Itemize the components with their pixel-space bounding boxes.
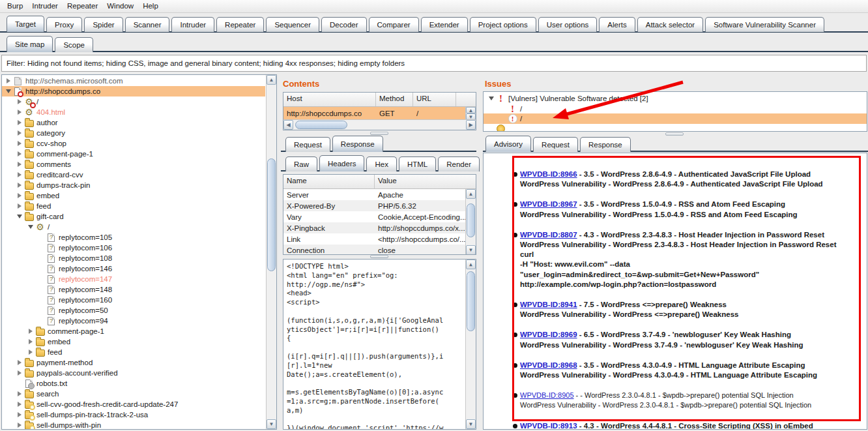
chevron-expanded-icon[interactable] — [16, 215, 23, 218]
view-tab-hex[interactable]: Hex — [366, 156, 396, 171]
contents-row[interactable]: http://shopccdumps.coGET/ — [283, 107, 476, 119]
chevron-collapsed-icon[interactable] — [16, 130, 23, 136]
tree-row-comment-page-1[interactable]: comment-page-1 — [2, 326, 265, 336]
menu-item-burp[interactable]: Burp — [3, 0, 27, 12]
header-row-server[interactable]: ServerApache — [283, 189, 476, 200]
tab-extender[interactable]: Extender — [421, 17, 468, 32]
scrollbar-thumb[interactable] — [295, 121, 347, 129]
tab-comparer[interactable]: Comparer — [369, 17, 419, 32]
scrollbar-thumb[interactable] — [267, 158, 276, 271]
contents-mini-scrollbar[interactable]: ▲ ▼ — [465, 107, 476, 120]
tree-row-replytocom-106[interactable]: ?replytocom=106 — [2, 243, 265, 253]
tab-proxy[interactable]: Proxy — [46, 17, 82, 32]
editor-tab-request[interactable]: Request — [285, 137, 330, 152]
tree-row-replytocom-50[interactable]: ?replytocom=50 — [2, 305, 265, 316]
tree-row-creditcard-cvv[interactable]: creditcard-cvv — [2, 170, 265, 180]
menu-item-intruder[interactable]: Intruder — [27, 0, 63, 12]
splitter-grip[interactable] — [370, 255, 388, 258]
view-tab-render[interactable]: Render — [438, 156, 480, 171]
scroll-up-arrow-icon[interactable]: ▲ — [466, 189, 476, 199]
chevron-collapsed-icon[interactable] — [16, 110, 23, 115]
filter-bar[interactable]: Filter: Hiding not found items; hiding C… — [1, 55, 867, 72]
tree-row-sell-cvv-good-fresh-credit-card-update-247[interactable]: sell-cvv-good-fresh-credit-card-update-2… — [2, 399, 265, 409]
tree-row-embed[interactable]: embed — [2, 336, 265, 347]
tree-row-replytocom-160[interactable]: ?replytocom=160 — [2, 295, 265, 305]
advisory-link-wpvdb-id-8913[interactable]: WPVDB-ID:8913 — [520, 422, 577, 430]
advisory-link-wpvdb-id-8968[interactable]: WPVDB-ID:8968 — [520, 361, 577, 369]
chevron-expanded-icon[interactable] — [27, 225, 35, 229]
tree-row-category[interactable]: category — [2, 128, 265, 138]
scroll-left-arrow-icon[interactable]: ◀ — [283, 120, 293, 130]
header-row-connection[interactable]: Connectionclose — [283, 245, 476, 255]
tree-row-replytocom-94[interactable]: ?replytocom=94 — [2, 316, 265, 326]
issue-row-[interactable]: !/ — [484, 113, 867, 124]
tree-row-paypals-account-verified[interactable]: paypals-account-verified — [2, 368, 265, 378]
code-vertical-scrollbar[interactable]: ▲ ▼ — [465, 260, 476, 429]
tree-row-http-schemas-microsoft-com[interactable]: http://schemas.microsoft.com — [2, 76, 265, 86]
column-method[interactable]: Method — [376, 93, 413, 106]
column-host[interactable]: Host — [283, 93, 376, 106]
tab-alerts[interactable]: Alerts — [599, 17, 635, 32]
scroll-down-arrow-icon[interactable]: ▼ — [466, 245, 476, 255]
chevron-collapsed-icon[interactable] — [27, 339, 35, 344]
chevron-collapsed-icon[interactable] — [16, 172, 23, 177]
header-row-x-pingback[interactable]: X-Pingbackhttp://shopccdumps.co/x... — [283, 222, 476, 233]
tree-row-sell-dumps-with-pin[interactable]: sell-dumps-with-pin — [2, 420, 265, 430]
tab-attack-selector[interactable]: Attack selector — [637, 17, 703, 32]
scroll-right-arrow-icon[interactable]: ▶ — [466, 120, 476, 130]
tab-sequencer[interactable]: Sequencer — [266, 17, 319, 32]
chevron-collapsed-icon[interactable] — [16, 120, 23, 125]
tree-row-replytocom-146[interactable]: ?replytocom=146 — [2, 263, 265, 274]
tree-row-comment-page-1[interactable]: comment-page-1 — [2, 149, 265, 159]
tree-row-feed[interactable]: feed — [2, 347, 265, 357]
contents-table-header[interactable]: Host Method URL — [283, 93, 476, 107]
subtab-site-map[interactable]: Site map — [7, 36, 53, 52]
chevron-collapsed-icon[interactable] — [16, 151, 23, 156]
chevron-collapsed-icon[interactable] — [27, 329, 35, 334]
scrollbar-thumb[interactable] — [467, 203, 475, 237]
header-row-link[interactable]: Link<http://shopccdumps.co/... — [283, 233, 476, 245]
response-body-view[interactable]: <!DOCTYPE html><html lang="en" prefix="o… — [283, 259, 476, 430]
contents-horizontal-scrollbar[interactable]: ◀ ▶ — [283, 119, 476, 130]
chevron-collapsed-icon[interactable] — [16, 360, 23, 365]
tree-row-replytocom-148[interactable]: ?replytocom=148 — [2, 284, 265, 295]
tree-row-[interactable]: ⚙/ — [2, 222, 265, 232]
headers-vertical-scrollbar[interactable]: ▲ ▼ — [465, 189, 476, 255]
header-row-x-powered-by[interactable]: X-Powered-ByPHP/5.6.32 — [283, 200, 476, 211]
scroll-down-arrow-icon[interactable]: ▼ — [466, 419, 476, 429]
view-tab-headers[interactable]: Headers — [319, 155, 364, 171]
menu-item-repeater[interactable]: Repeater — [63, 0, 102, 12]
detail-tab-advisory[interactable]: Advisory — [485, 136, 531, 152]
chevron-collapsed-icon[interactable] — [16, 183, 23, 188]
tab-spider[interactable]: Spider — [84, 17, 123, 32]
tree-row-replytocom-105[interactable]: ?replytocom=105 — [2, 232, 265, 243]
tree-row-404-html[interactable]: ⚙404.html — [2, 107, 265, 117]
scroll-down-arrow-icon[interactable]: ▼ — [267, 419, 276, 429]
tree-row-comments[interactable]: comments — [2, 159, 265, 170]
advisory-link-wpvdb-id-8807[interactable]: WPVDB-ID:8807 — [520, 231, 577, 239]
tree-row-payment-method[interactable]: payment-method — [2, 357, 265, 368]
chevron-collapsed-icon[interactable] — [16, 99, 23, 104]
chevron-collapsed-icon[interactable] — [16, 203, 23, 209]
tree-row-[interactable]: ⚙/ — [2, 97, 265, 107]
chevron-collapsed-icon[interactable] — [16, 412, 23, 417]
issue-row-[interactable]: !/ — [484, 104, 867, 114]
chevron-collapsed-icon[interactable] — [16, 370, 23, 376]
advisory-link-wpvdb-id-8905[interactable]: WPVDB-ID:8905 — [520, 391, 574, 399]
tab-software-vulnerability-scanner[interactable]: Software Vulnerability Scanner — [705, 17, 824, 32]
column-url[interactable]: URL — [413, 93, 456, 106]
tree-row-replytocom-108[interactable]: ?replytocom=108 — [2, 253, 265, 263]
headers-table-header[interactable]: Name Value — [283, 175, 476, 189]
chevron-collapsed-icon[interactable] — [16, 402, 23, 407]
view-tab-html[interactable]: HTML — [399, 156, 436, 171]
tab-repeater[interactable]: Repeater — [216, 17, 264, 32]
chevron-expanded-icon[interactable] — [5, 89, 12, 93]
chevron-collapsed-icon[interactable] — [16, 193, 23, 198]
advisory-link-wpvdb-id-8966[interactable]: WPVDB-ID:8966 — [520, 170, 577, 178]
tree-row-feed[interactable]: feed — [2, 201, 265, 211]
subtab-scope[interactable]: Scope — [55, 37, 93, 52]
column-name[interactable]: Name — [283, 175, 375, 188]
advisory-link-wpvdb-id-8967[interactable]: WPVDB-ID:8967 — [520, 200, 577, 208]
issue-row-vulners-vulnerable-software-detected-2[interactable]: ![Vulners] Vulnerable Software detected … — [484, 93, 867, 104]
detail-tab-response[interactable]: Response — [580, 137, 631, 152]
